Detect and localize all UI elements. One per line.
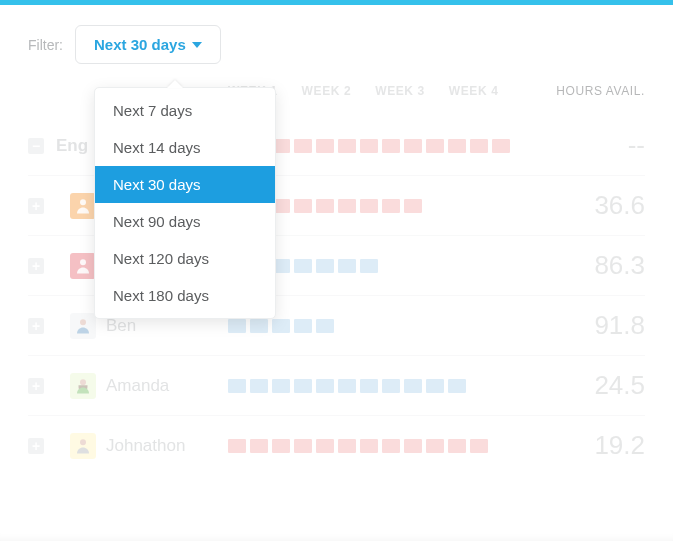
bar-segment bbox=[470, 199, 488, 213]
bar-segment bbox=[316, 259, 334, 273]
bar-segment bbox=[338, 139, 356, 153]
bar-segment bbox=[272, 379, 290, 393]
filter-selected-value: Next 30 days bbox=[94, 36, 186, 53]
avatar bbox=[70, 313, 96, 339]
bar-segment bbox=[404, 139, 422, 153]
bar-segment bbox=[404, 199, 422, 213]
avatar bbox=[70, 373, 96, 399]
filter-row: Filter: Next 30 days bbox=[28, 25, 645, 64]
person-icon bbox=[74, 435, 92, 457]
filter-option[interactable]: Next 120 days bbox=[95, 240, 275, 277]
bar-segment bbox=[338, 199, 356, 213]
utilization-bar bbox=[228, 379, 535, 393]
avatar bbox=[70, 433, 96, 459]
bar-segment bbox=[470, 439, 488, 453]
svg-point-2 bbox=[80, 319, 86, 325]
filter-option[interactable]: Next 7 days bbox=[95, 92, 275, 129]
filter-label: Filter: bbox=[28, 37, 63, 53]
expand-row-button[interactable] bbox=[28, 378, 44, 394]
bar-segment bbox=[426, 139, 444, 153]
filter-option[interactable]: Next 14 days bbox=[95, 129, 275, 166]
hours-value: 91.8 bbox=[535, 310, 645, 341]
hours-value: 19.2 bbox=[535, 430, 645, 461]
bar-segment bbox=[360, 199, 378, 213]
bar-segment bbox=[492, 319, 510, 333]
expand-row-button[interactable] bbox=[28, 198, 44, 214]
bar-segment bbox=[360, 439, 378, 453]
svg-point-4 bbox=[80, 439, 86, 445]
header-week-2: WEEK 2 bbox=[302, 84, 352, 98]
header-week-4: WEEK 4 bbox=[449, 84, 499, 98]
bar-segment bbox=[360, 139, 378, 153]
bottom-shadow bbox=[0, 521, 673, 541]
hours-value: 36.6 bbox=[535, 190, 645, 221]
bar-segment bbox=[338, 439, 356, 453]
bar-segment bbox=[360, 259, 378, 273]
bar-segment bbox=[426, 439, 444, 453]
bar-segment bbox=[228, 439, 246, 453]
person-icon bbox=[74, 195, 92, 217]
expand-row-button[interactable] bbox=[28, 318, 44, 334]
svg-point-1 bbox=[80, 259, 86, 265]
bar-segment bbox=[228, 319, 246, 333]
bar-segment bbox=[316, 379, 334, 393]
person-icon bbox=[74, 315, 92, 337]
filter-option[interactable]: Next 180 days bbox=[95, 277, 275, 314]
filter-dropdown-button[interactable]: Next 30 days bbox=[75, 25, 221, 64]
bar-segment bbox=[294, 139, 312, 153]
hours-value: 24.5 bbox=[535, 370, 645, 401]
bar-segment bbox=[382, 319, 400, 333]
bar-segment bbox=[404, 259, 422, 273]
bar-segment bbox=[272, 439, 290, 453]
group-hours: -- bbox=[535, 130, 645, 161]
bar-segment bbox=[294, 379, 312, 393]
bar-segment bbox=[492, 259, 510, 273]
bar-segment bbox=[382, 379, 400, 393]
bar-segment bbox=[448, 259, 466, 273]
bar-segment bbox=[426, 319, 444, 333]
bar-segment bbox=[470, 259, 488, 273]
bar-segment bbox=[492, 139, 510, 153]
bar-segment bbox=[448, 379, 466, 393]
expand-row-button[interactable] bbox=[28, 258, 44, 274]
filter-option[interactable]: Next 90 days bbox=[95, 203, 275, 240]
bar-segment bbox=[316, 139, 334, 153]
bar-segment bbox=[470, 139, 488, 153]
bar-segment bbox=[360, 379, 378, 393]
filter-dropdown-menu: Next 7 days Next 14 days Next 30 days Ne… bbox=[94, 87, 276, 319]
bar-segment bbox=[316, 319, 334, 333]
bar-segment bbox=[250, 439, 268, 453]
bar-segment bbox=[228, 379, 246, 393]
bar-segment bbox=[426, 379, 444, 393]
bar-segment bbox=[294, 259, 312, 273]
bar-segment bbox=[404, 439, 422, 453]
bar-segment bbox=[448, 139, 466, 153]
bar-segment bbox=[338, 379, 356, 393]
bar-segment bbox=[338, 319, 356, 333]
bar-segment bbox=[426, 259, 444, 273]
utilization-bar bbox=[228, 439, 535, 453]
bar-segment bbox=[316, 439, 334, 453]
avatar bbox=[70, 253, 96, 279]
bar-segment bbox=[272, 319, 290, 333]
bar-segment bbox=[492, 199, 510, 213]
header-week-3: WEEK 3 bbox=[375, 84, 425, 98]
bar-segment bbox=[426, 199, 444, 213]
caret-down-icon bbox=[192, 42, 202, 48]
bar-segment bbox=[404, 379, 422, 393]
header-hours: HOURS AVAIL. bbox=[525, 84, 645, 98]
bar-segment bbox=[338, 259, 356, 273]
group-name: Eng bbox=[56, 136, 88, 156]
collapse-group-button[interactable] bbox=[28, 138, 44, 154]
bar-segment bbox=[448, 439, 466, 453]
bar-segment bbox=[294, 199, 312, 213]
bar-segment bbox=[448, 319, 466, 333]
filter-option[interactable]: Next 30 days bbox=[95, 166, 275, 203]
bar-segment bbox=[470, 319, 488, 333]
bar-segment bbox=[382, 199, 400, 213]
expand-row-button[interactable] bbox=[28, 438, 44, 454]
table-row: Johnathon 19.2 bbox=[28, 415, 645, 475]
avatar bbox=[70, 193, 96, 219]
bar-segment bbox=[316, 199, 334, 213]
bar-segment bbox=[294, 319, 312, 333]
